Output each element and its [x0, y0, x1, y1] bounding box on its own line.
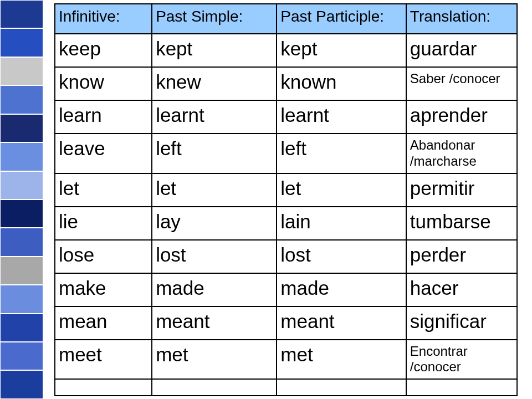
cell-empty — [406, 379, 517, 396]
stripe — [0, 228, 43, 256]
decorative-sidebar — [0, 0, 43, 399]
cell-past-participle: meant — [277, 306, 406, 340]
stripe — [0, 85, 43, 114]
cell-translation: Abandonar /marcharse — [406, 134, 517, 173]
table-row: learnlearntlearntaprender — [55, 100, 517, 134]
verb-table-container: Infinitive: Past Simple: Past Participle… — [54, 3, 518, 396]
cell-translation: perder — [406, 240, 517, 273]
table-row: leaveleftleftAbandonar /marcharse — [55, 134, 517, 173]
header-past-participle: Past Participle: — [277, 4, 406, 34]
cell-translation: aprender — [406, 100, 517, 134]
table-row: makemademadehacer — [55, 273, 517, 306]
header-infinitive: Infinitive: — [55, 4, 152, 34]
cell-past-participle: lost — [277, 240, 406, 273]
cell-translation: permitir — [406, 173, 517, 207]
stripe — [0, 314, 43, 342]
cell-empty — [152, 379, 277, 396]
cell-past-simple: knew — [152, 67, 277, 100]
cell-infinitive: lose — [55, 240, 152, 273]
stripe — [0, 285, 43, 313]
cell-translation: Encontrar /conocer — [406, 340, 517, 380]
cell-infinitive: know — [55, 67, 152, 100]
cell-empty — [277, 379, 406, 396]
cell-infinitive: mean — [55, 306, 152, 340]
header-past-simple: Past Simple: — [152, 4, 277, 34]
cell-past-participle: lain — [277, 207, 406, 240]
cell-translation: tumbarse — [406, 207, 517, 240]
cell-infinitive: meet — [55, 340, 152, 380]
cell-past-participle: kept — [277, 34, 406, 67]
cell-past-simple: left — [152, 134, 277, 173]
cell-infinitive: keep — [55, 34, 152, 67]
cell-past-participle: made — [277, 273, 406, 306]
cell-past-simple: kept — [152, 34, 277, 67]
table-row: loselostlostperder — [55, 240, 517, 273]
cell-past-simple: made — [152, 273, 277, 306]
cell-past-participle: left — [277, 134, 406, 173]
header-row: Infinitive: Past Simple: Past Participle… — [55, 4, 517, 34]
table-row: meanmeantmeantsignificar — [55, 306, 517, 340]
table-row: lielaylaintumbarse — [55, 207, 517, 240]
cell-past-simple: meant — [152, 306, 277, 340]
stripe — [0, 171, 43, 200]
cell-infinitive: lie — [55, 207, 152, 240]
stripe — [0, 257, 43, 285]
cell-translation: significar — [406, 306, 517, 340]
cell-past-simple: lost — [152, 240, 277, 273]
table-row: knowknewknownSaber /conocer — [55, 67, 517, 100]
table-row-empty — [55, 379, 517, 396]
cell-translation: hacer — [406, 273, 517, 306]
cell-infinitive: let — [55, 173, 152, 207]
table-row: meetmetmetEncontrar /conocer — [55, 340, 517, 380]
verb-table: Infinitive: Past Simple: Past Participle… — [54, 3, 518, 396]
stripe — [0, 114, 43, 142]
cell-infinitive: learn — [55, 100, 152, 134]
cell-past-simple: lay — [152, 207, 277, 240]
stripe — [0, 142, 43, 171]
header-translation: Translation: — [406, 4, 517, 34]
cell-past-simple: learnt — [152, 100, 277, 134]
stripe — [0, 370, 43, 398]
table-row: letletletpermitir — [55, 173, 517, 207]
stripe — [0, 200, 43, 228]
cell-infinitive: make — [55, 273, 152, 306]
cell-past-participle: let — [277, 173, 406, 207]
cell-past-simple: let — [152, 173, 277, 207]
stripe — [0, 0, 43, 28]
cell-empty — [55, 379, 152, 396]
table-row: keepkeptkeptguardar — [55, 34, 517, 67]
cell-past-participle: known — [277, 67, 406, 100]
cell-translation: guardar — [406, 34, 517, 67]
cell-translation: Saber /conocer — [406, 67, 517, 100]
cell-past-participle: met — [277, 340, 406, 380]
stripe — [0, 28, 43, 57]
stripe — [0, 342, 43, 370]
cell-past-simple: met — [152, 340, 277, 380]
stripe — [0, 57, 43, 85]
cell-infinitive: leave — [55, 134, 152, 173]
cell-past-participle: learnt — [277, 100, 406, 134]
